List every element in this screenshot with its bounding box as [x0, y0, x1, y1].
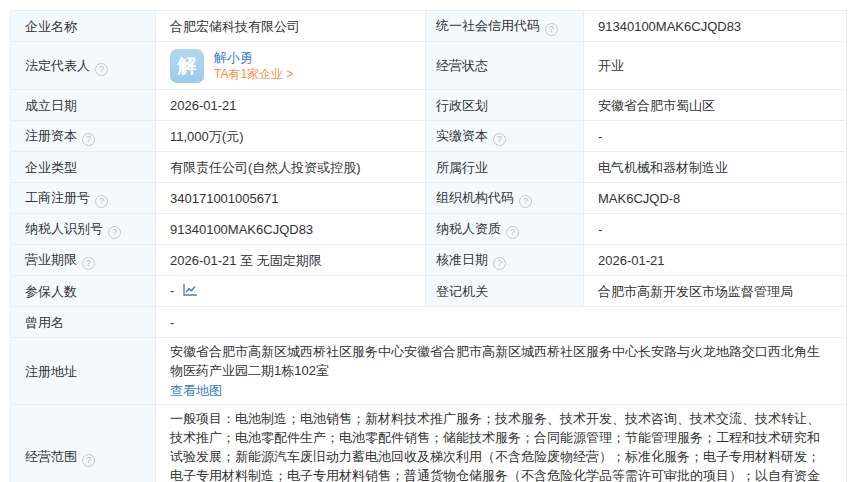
taxpayer-id-label: 纳税人识别号	[11, 214, 156, 245]
establish-date-label: 成立日期	[11, 90, 156, 121]
help-icon[interactable]	[95, 63, 108, 76]
company-type-label: 企业类型	[11, 152, 156, 183]
registry-authority-label: 登记机关	[426, 276, 584, 307]
org-code-label: 组织机构代码	[426, 183, 584, 214]
legal-rep-companies-link[interactable]: TA有1家企业 >	[214, 66, 293, 83]
reg-number-label: 工商注册号	[11, 183, 156, 214]
help-icon[interactable]	[506, 226, 519, 239]
help-icon[interactable]	[545, 23, 558, 36]
admin-division-value: 安徽省合肥市蜀山区	[584, 90, 847, 121]
help-icon[interactable]	[493, 257, 506, 270]
company-info-table: 企业名称 合肥宏储科技有限公司 统一社会信用代码 91340100MAK6CJQ…	[10, 10, 847, 482]
reg-number-value: 340171001005671	[156, 183, 426, 214]
table-row: 参保人数 - 登记机关 合肥市高新开发区市场监督管理局	[11, 276, 847, 307]
trend-chart-icon[interactable]	[182, 285, 198, 300]
table-row: 企业类型 有限责任公司(自然人投资或控股) 所属行业 电气机械和器材制造业	[11, 152, 847, 183]
company-type-value: 有限责任公司(自然人投资或控股)	[156, 152, 426, 183]
registered-capital-label: 注册资本	[11, 121, 156, 152]
org-code-value: MAK6CJQD-8	[584, 183, 847, 214]
view-map-link[interactable]: 查看地图	[170, 381, 222, 400]
table-row: 法定代表人 解 解小勇 TA有1家企业 > 经营状态 开业	[11, 42, 847, 90]
registered-address-label: 注册地址	[11, 338, 156, 405]
taxpayer-quality-label: 纳税人资质	[426, 214, 584, 245]
credit-code-label: 统一社会信用代码	[426, 11, 584, 42]
business-status-value: 开业	[584, 42, 847, 90]
registered-address-text: 安徽省合肥市高新区城西桥社区服务中心安徽省合肥市高新区城西桥社区服务中心长安路与…	[170, 344, 820, 378]
legal-rep-value: 解 解小勇 TA有1家企业 >	[156, 42, 426, 90]
legal-rep-label: 法定代表人	[11, 42, 156, 90]
paid-capital-label: 实缴资本	[426, 121, 584, 152]
business-status-label: 经营状态	[426, 42, 584, 90]
approval-date-label: 核准日期	[426, 245, 584, 276]
insured-count-value: -	[156, 276, 426, 307]
table-row: 曾用名 -	[11, 307, 847, 338]
business-scope-label: 经营范围	[11, 405, 156, 482]
help-icon[interactable]	[108, 226, 121, 239]
former-name-value: -	[156, 307, 847, 338]
help-icon[interactable]	[519, 195, 532, 208]
company-name-label: 企业名称	[11, 11, 156, 42]
table-row: 注册地址 安徽省合肥市高新区城西桥社区服务中心安徽省合肥市高新区城西桥社区服务中…	[11, 338, 847, 405]
registered-capital-value: 11,000万(元)	[156, 121, 426, 152]
business-term-label: 营业期限	[11, 245, 156, 276]
taxpayer-id-value: 91340100MAK6CJQD83	[156, 214, 426, 245]
help-icon[interactable]	[82, 133, 95, 146]
former-name-label: 曾用名	[11, 307, 156, 338]
registry-authority-value: 合肥市高新开发区市场监督管理局	[584, 276, 847, 307]
insured-count-label: 参保人数	[11, 276, 156, 307]
company-info-page: 企业名称 合肥宏储科技有限公司 统一社会信用代码 91340100MAK6CJQ…	[0, 0, 854, 482]
approval-date-value: 2026-01-21	[584, 245, 847, 276]
establish-date-value: 2026-01-21	[156, 90, 426, 121]
industry-value: 电气机械和器材制造业	[584, 152, 847, 183]
help-icon[interactable]	[82, 454, 95, 467]
help-icon[interactable]	[82, 257, 95, 270]
table-row: 纳税人识别号 91340100MAK6CJQD83 纳税人资质 -	[11, 214, 847, 245]
admin-division-label: 行政区划	[426, 90, 584, 121]
paid-capital-value: -	[584, 121, 847, 152]
table-row: 营业期限 2026-01-21 至 无固定期限 核准日期 2026-01-21	[11, 245, 847, 276]
table-row: 注册资本 11,000万(元) 实缴资本 -	[11, 121, 847, 152]
credit-code-value: 91340100MAK6CJQD83	[584, 11, 847, 42]
table-row: 企业名称 合肥宏储科技有限公司 统一社会信用代码 91340100MAK6CJQ…	[11, 11, 847, 42]
company-name-value: 合肥宏储科技有限公司	[156, 11, 426, 42]
business-term-value: 2026-01-21 至 无固定期限	[156, 245, 426, 276]
table-row: 成立日期 2026-01-21 行政区划 安徽省合肥市蜀山区	[11, 90, 847, 121]
table-row: 工商注册号 340171001005671 组织机构代码 MAK6CJQD-8	[11, 183, 847, 214]
taxpayer-quality-value: -	[584, 214, 847, 245]
help-icon[interactable]	[493, 133, 506, 146]
help-icon[interactable]	[95, 195, 108, 208]
legal-rep-avatar[interactable]: 解	[170, 49, 204, 83]
industry-label: 所属行业	[426, 152, 584, 183]
business-scope-value: 一般项目：电池制造；电池销售；新材料技术推广服务；技术服务、技术开发、技术咨询、…	[156, 405, 847, 482]
legal-rep-name-link[interactable]: 解小勇	[214, 49, 293, 66]
table-row: 经营范围 一般项目：电池制造；电池销售；新材料技术推广服务；技术服务、技术开发、…	[11, 405, 847, 482]
registered-address-value: 安徽省合肥市高新区城西桥社区服务中心安徽省合肥市高新区城西桥社区服务中心长安路与…	[156, 338, 847, 405]
